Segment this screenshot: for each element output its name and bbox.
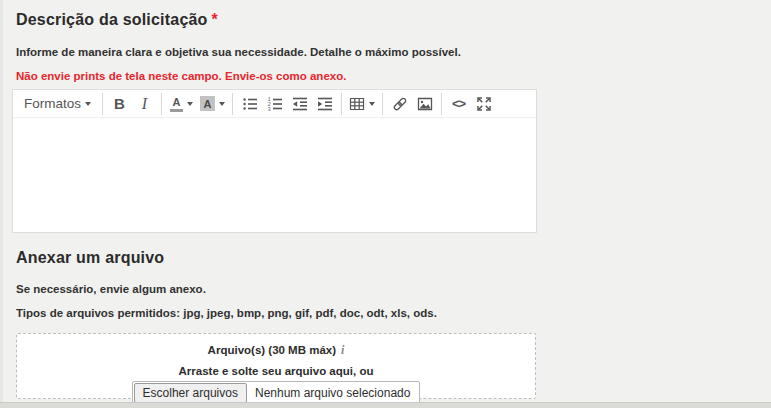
toolbar-divider [102,93,103,115]
bold-button[interactable]: B [107,92,132,116]
request-form-page: Descrição da solicitação* Informe de man… [0,0,771,408]
chevron-down-icon [187,102,193,106]
italic-icon: I [142,95,147,113]
toolbar-divider [161,93,162,115]
insert-image-button[interactable] [412,92,437,116]
chevron-down-icon [85,102,91,106]
bottom-panel-edge [0,402,771,408]
bullet-list-icon [242,96,258,112]
toolbar-divider [341,93,342,115]
editor-content-area[interactable] [13,118,536,232]
formats-dropdown[interactable]: Formatos [17,92,98,116]
italic-button[interactable]: I [132,92,157,116]
attachment-section-title: Anexar um arquivo [16,248,537,268]
link-icon [392,96,408,112]
editor-toolbar: Formatos B I A A [13,90,536,118]
dropzone-drag-text: Arraste e solte seu arquivo aqui, ou [17,364,535,378]
outdent-icon [292,96,308,112]
background-color-button[interactable]: A [197,92,228,116]
background-color-icon: A [200,96,215,111]
text-color-button[interactable]: A [166,92,197,116]
bullet-list-button[interactable] [237,92,262,116]
fullscreen-button[interactable] [471,92,496,116]
rich-text-editor: Formatos B I A A [12,89,537,233]
source-code-button[interactable]: <> [446,92,471,116]
formats-dropdown-label: Formatos [24,96,81,111]
source-code-icon: <> [452,96,465,111]
indent-button[interactable] [312,92,337,116]
required-asterisk: * [212,11,218,28]
choose-files-button[interactable]: Escolher arquivos [134,383,247,403]
toolbar-divider [441,93,442,115]
table-button[interactable] [346,92,378,116]
description-warning-text: Não envie prints de tela neste campo. En… [16,69,537,83]
attachment-help-text: Se necessário, envie algum anexo. [16,282,537,296]
file-status-text: Nenhum arquivo selecionado [248,386,419,400]
dropzone-title: Arquivo(s) (30 MB máx)i [17,343,535,358]
attachment-allowed-types: Tipos de arquivos permitidos: jpg, jpeg,… [16,306,537,320]
fullscreen-icon [476,96,492,112]
description-section-title: Descrição da solicitação* [16,10,537,30]
indent-icon [317,96,333,112]
table-icon [349,96,365,112]
description-title-text: Descrição da solicitação [16,11,208,28]
chevron-down-icon [369,102,375,106]
file-dropzone[interactable]: Arquivo(s) (30 MB máx)i Arraste e solte … [16,333,536,399]
description-help-text: Informe de maneira clara e objetiva sua … [16,45,537,59]
text-color-icon: A [170,96,183,112]
bold-icon: B [114,95,125,112]
numbered-list-icon: 123 [267,96,283,112]
image-icon [417,96,433,112]
numbered-list-button[interactable]: 123 [262,92,287,116]
toolbar-divider [382,93,383,115]
insert-link-button[interactable] [387,92,412,116]
svg-text:3: 3 [267,106,270,112]
chevron-down-icon [219,102,225,106]
panel-left-edge [0,0,3,408]
info-icon[interactable]: i [341,343,344,357]
form-content: Descrição da solicitação* Informe de man… [16,10,537,399]
toolbar-divider [232,93,233,115]
outdent-button[interactable] [287,92,312,116]
